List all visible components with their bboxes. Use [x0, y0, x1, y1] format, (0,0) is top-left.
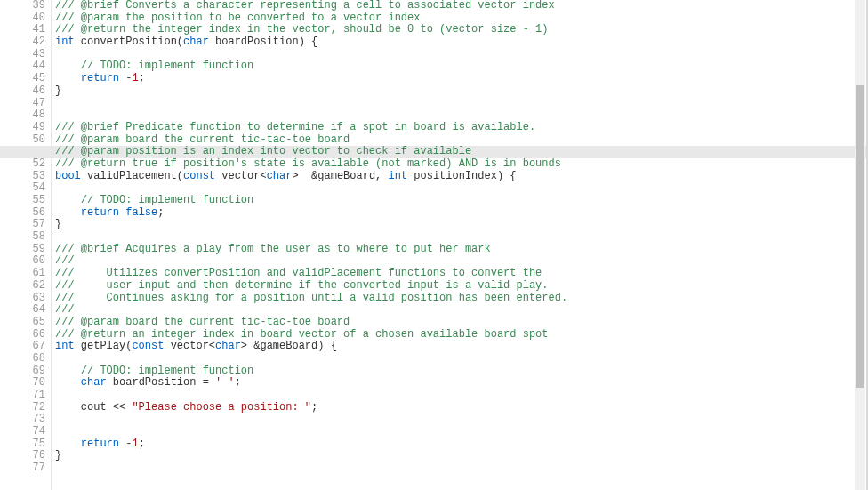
code-content[interactable]: /// @brief Converts a character represen…	[55, 0, 868, 475]
code-line[interactable]: /// @return an integer index in board ve…	[55, 329, 868, 341]
token-plain: }	[55, 218, 61, 230]
token-plain: positionIndex) {	[407, 170, 516, 182]
token-plain: -	[119, 72, 132, 84]
token-plain: ;	[157, 206, 164, 219]
token-plain: boardPosition =	[107, 376, 215, 389]
line-number: 74	[14, 426, 45, 438]
code-line[interactable]: /// @param position is an index into vec…	[55, 146, 868, 158]
line-number: 41	[14, 24, 45, 36]
line-number: 45	[14, 73, 45, 85]
code-line[interactable]: /// @return true if position's state is …	[55, 158, 868, 171]
token-plain: ;	[139, 438, 145, 450]
token-keyword: return	[81, 206, 119, 219]
code-line[interactable]: // TODO: implement function	[55, 195, 868, 207]
line-number: 57	[14, 219, 45, 231]
token-comment: /// @brief Converts a character represen…	[55, 0, 555, 12]
code-area[interactable]: /// @brief Converts a character represen…	[52, 0, 868, 490]
code-line[interactable]: char boardPosition = ' ';	[55, 377, 868, 390]
token-type: char	[183, 36, 209, 48]
line-number: 68	[14, 353, 45, 365]
code-line[interactable]	[55, 414, 868, 426]
code-line[interactable]	[55, 49, 868, 61]
code-editor[interactable]: 3940414243444546474849505152535455565758…	[0, 0, 868, 490]
token-string: ' '	[215, 376, 235, 389]
token-comment: // TODO: implement function	[81, 365, 253, 377]
token-comment: /// @return true if position's state is …	[55, 157, 561, 170]
code-line[interactable]	[55, 231, 868, 244]
token-plain: > &gameBoard) {	[241, 340, 337, 352]
code-line[interactable]	[55, 390, 868, 402]
code-line[interactable]: // TODO: implement function	[55, 60, 868, 73]
line-number: 61	[14, 268, 45, 280]
token-plain: validPlacement(	[81, 170, 183, 182]
token-comment: /// Continues asking for a position unti…	[55, 292, 567, 304]
token-number: 1	[132, 72, 138, 84]
token-type: char	[81, 376, 107, 389]
token-number: 1	[132, 438, 138, 450]
code-line[interactable]	[55, 98, 868, 110]
token-plain: vector<	[215, 170, 267, 182]
token-comment: /// @return an integer index in board ve…	[55, 328, 549, 341]
code-line[interactable]: ///	[55, 304, 868, 317]
code-line[interactable]: /// Continues asking for a position unti…	[55, 293, 868, 305]
code-line[interactable]: /// @return the integer index in the vec…	[55, 24, 868, 36]
code-line[interactable]: int convertPosition(char boardPosition) …	[55, 36, 868, 49]
code-line[interactable]: // TODO: implement function	[55, 365, 868, 378]
code-line[interactable]: return false;	[55, 207, 868, 220]
line-number: 54	[14, 182, 45, 195]
code-line[interactable]: bool validPlacement(const vector<char> &…	[55, 171, 868, 183]
token-type: int	[55, 340, 75, 352]
code-line[interactable]: ///	[55, 255, 868, 268]
code-line[interactable]: /// @brief Predicate function to determi…	[55, 122, 868, 134]
gutter-margin	[0, 0, 14, 490]
code-line[interactable]: /// @brief Converts a character represen…	[55, 0, 868, 12]
code-line[interactable]: }	[55, 219, 868, 231]
line-number: 59	[14, 244, 45, 256]
line-number: 52	[14, 158, 45, 171]
code-line[interactable]: return -1;	[55, 73, 868, 85]
code-line[interactable]: /// @brief Acquires a play from the user…	[55, 244, 868, 256]
line-number: 71	[14, 390, 45, 402]
code-line[interactable]: /// @param the position to be converted …	[55, 12, 868, 25]
token-plain: ;	[311, 401, 317, 414]
code-line[interactable]	[55, 109, 868, 122]
code-line[interactable]: /// @param board the current tic-tac-toe…	[55, 317, 868, 329]
token-type: int	[389, 170, 408, 182]
token-type: int	[55, 36, 75, 48]
line-number: 66	[14, 329, 45, 341]
token-plain: ;	[235, 376, 241, 389]
code-line[interactable]	[55, 462, 868, 475]
code-line[interactable]: int getPlay(const vector<char> &gameBoar…	[55, 341, 868, 353]
line-number: 50	[14, 134, 45, 147]
line-number: 48	[14, 109, 45, 122]
code-line[interactable]: }	[55, 450, 868, 462]
code-line[interactable]: /// @param board the current tic-tac-toe…	[55, 134, 868, 147]
line-number: 53	[14, 171, 45, 183]
token-string: "Please choose a position: "	[132, 401, 311, 414]
line-number: 40	[14, 12, 45, 25]
code-line[interactable]: /// Utilizes convertPosition and validPl…	[55, 268, 868, 280]
token-comment: /// @return the integer index in the vec…	[55, 23, 549, 36]
line-number: 39	[14, 0, 45, 12]
code-line[interactable]: return -1;	[55, 438, 868, 451]
line-number: 70	[14, 377, 45, 390]
token-type: char	[267, 170, 293, 182]
token-plain: ;	[139, 72, 145, 84]
line-number: 62	[14, 280, 45, 293]
line-number: 58	[14, 231, 45, 244]
token-plain: boardPosition) {	[209, 36, 317, 48]
code-line[interactable]	[55, 182, 868, 195]
line-number: 46	[14, 85, 45, 98]
code-line[interactable]: /// user input and then determine if the…	[55, 280, 868, 293]
token-plain: -	[119, 438, 132, 450]
line-number: 56	[14, 207, 45, 220]
token-plain: vector<	[164, 340, 215, 352]
code-line[interactable]	[55, 426, 868, 438]
code-line[interactable]: cout << "Please choose a position: ";	[55, 402, 868, 414]
code-line[interactable]	[55, 353, 868, 365]
token-keyword: false	[125, 206, 157, 219]
line-number: 75	[14, 438, 45, 451]
line-number-gutter: 3940414243444546474849505152535455565758…	[14, 0, 52, 490]
token-plain: getPlay(	[75, 340, 133, 352]
code-line[interactable]: }	[55, 85, 868, 98]
